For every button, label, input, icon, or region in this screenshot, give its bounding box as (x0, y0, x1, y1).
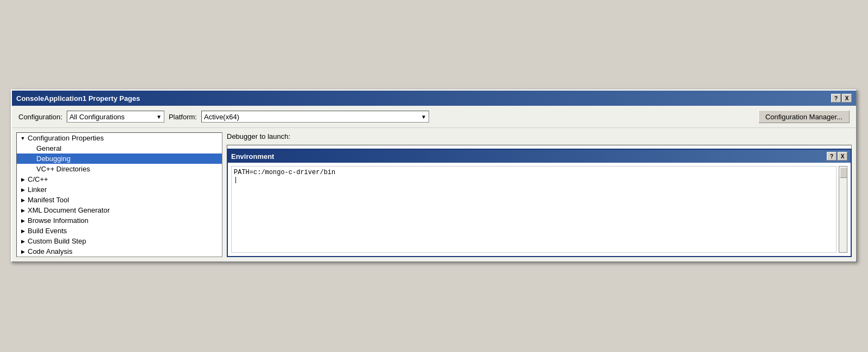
expand-icon-linker: ▶ (19, 186, 27, 194)
tree-label-cpp: C/C++ (28, 175, 48, 183)
platform-label: Platform: (169, 113, 197, 121)
config-label: Configuration: (18, 113, 62, 121)
toolbar: Configuration: All Configurations ▼ Plat… (12, 106, 856, 128)
tree-label-linker: Linker (28, 185, 47, 194)
env-title-label: Environment (231, 152, 274, 161)
tree-label-xml-generator: XML Document Generator (28, 206, 110, 214)
expand-icon-browse-information: ▶ (19, 217, 27, 225)
tree-label-build-events: Build Events (28, 227, 67, 235)
tree-item-general[interactable]: General (17, 143, 222, 153)
configuration-dropdown[interactable]: All Configurations ▼ (67, 111, 164, 123)
tree-label-general: General (36, 144, 61, 152)
tree-item-cpp[interactable]: ▶ C/C++ (17, 174, 222, 184)
tree-item-custom-build-step[interactable]: ▶ Custom Build Step (17, 236, 222, 246)
platform-value: Active(x64) (204, 113, 417, 121)
env-content: PATH=c:/mongo-c-driver/bin | (228, 163, 851, 256)
scrollbar-thumb (840, 167, 847, 178)
platform-dropdown-arrow: ▼ (417, 114, 426, 120)
tree-item-xml-generator[interactable]: ▶ XML Document Generator (17, 205, 222, 215)
tree-label-debugging: Debugging (36, 155, 71, 163)
tree-item-linker[interactable]: ▶ Linker (17, 184, 222, 195)
expand-icon-manifest-tool: ▶ (19, 196, 27, 204)
env-help-button[interactable]: ? (827, 152, 837, 161)
property-pages-dialog: ConsoleApplication1 Property Pages ? X C… (11, 89, 857, 263)
right-panel: Debugger to launch: Local Windows Debugg… (227, 132, 852, 257)
tree-item-debugging[interactable]: Debugging (17, 153, 222, 164)
env-textarea[interactable]: PATH=c:/mongo-c-driver/bin | (231, 166, 837, 253)
title-bar: ConsoleApplication1 Property Pages ? X (12, 91, 856, 106)
tree-label-custom-build-step: Custom Build Step (28, 237, 86, 245)
env-title-buttons: ? X (827, 152, 847, 161)
expand-icon-build-events: ▶ (19, 227, 27, 235)
close-button[interactable]: X (842, 94, 852, 103)
tree-label-configuration-properties: Configuration Properties (28, 134, 104, 142)
expand-icon-general (28, 145, 35, 152)
tree-label-vc-directories: VC++ Directories (36, 165, 90, 173)
tree-item-browse-information[interactable]: ▶ Browse Information (17, 215, 222, 226)
expand-icon-xml-generator: ▶ (19, 207, 27, 214)
expand-icon-custom-build-step: ▶ (19, 238, 27, 245)
env-scrollbar[interactable] (839, 166, 847, 253)
main-content: ▼ Configuration Properties General Debug… (12, 128, 856, 261)
expand-icon-vc-directories (28, 165, 35, 173)
expand-icon-debugging (28, 155, 35, 163)
tree-label-browse-information: Browse Information (28, 216, 88, 225)
expand-icon-root: ▼ (19, 135, 27, 142)
expand-icon-code-analysis: ▶ (19, 248, 27, 255)
help-button[interactable]: ? (831, 94, 841, 103)
env-close-button[interactable]: X (838, 152, 847, 161)
expand-icon-cpp: ▶ (19, 176, 27, 183)
tree-label-manifest-tool: Manifest Tool (28, 196, 69, 204)
dialog-title: ConsoleApplication1 Property Pages (16, 94, 140, 103)
tree-item-configuration-properties[interactable]: ▼ Configuration Properties (17, 133, 222, 143)
tree-item-vc-directories[interactable]: VC++ Directories (17, 164, 222, 174)
platform-dropdown[interactable]: Active(x64) ▼ (201, 111, 429, 123)
debugger-label: Debugger to launch: (227, 132, 852, 140)
env-title-bar: Environment ? X (228, 150, 851, 163)
environment-popup: Environment ? X PATH=c:/mongo-c-driver/b… (227, 149, 852, 257)
tree-item-build-events[interactable]: ▶ Build Events (17, 226, 222, 236)
tree-label-code-analysis: Code Analysis (28, 247, 72, 255)
config-dropdown-arrow: ▼ (152, 114, 162, 120)
config-value: All Configurations (69, 113, 152, 121)
tree-panel: ▼ Configuration Properties General Debug… (16, 132, 222, 257)
config-manager-button[interactable]: Configuration Manager... (758, 110, 850, 123)
title-bar-buttons: ? X (831, 94, 852, 103)
tree-item-code-analysis[interactable]: ▶ Code Analysis (17, 246, 222, 257)
tree-item-manifest-tool[interactable]: ▶ Manifest Tool (17, 195, 222, 205)
